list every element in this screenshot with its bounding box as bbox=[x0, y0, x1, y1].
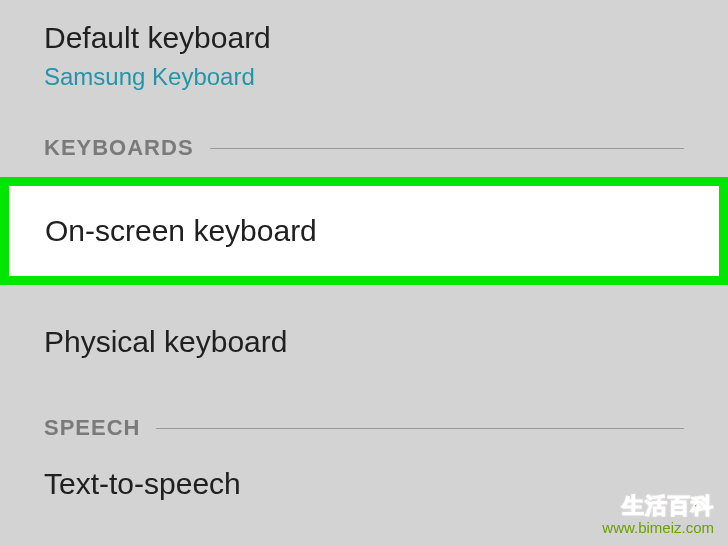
section-header-keyboards: KEYBOARDS bbox=[0, 103, 728, 169]
watermark-text-bottom: www.bimeiz.com bbox=[602, 519, 714, 536]
section-header-keyboards-label: KEYBOARDS bbox=[44, 135, 194, 161]
onscreen-keyboard-highlight: On-screen keyboard bbox=[0, 177, 728, 285]
default-keyboard-row[interactable]: Default keyboard Samsung Keyboard bbox=[0, 0, 728, 103]
divider-line bbox=[156, 428, 684, 429]
settings-list: Default keyboard Samsung Keyboard KEYBOA… bbox=[0, 0, 728, 501]
text-to-speech-row[interactable]: Text-to-speech bbox=[0, 449, 728, 501]
text-to-speech-label: Text-to-speech bbox=[44, 467, 684, 501]
section-header-speech-label: SPEECH bbox=[44, 415, 140, 441]
physical-keyboard-row[interactable]: Physical keyboard bbox=[0, 285, 728, 371]
section-header-speech: SPEECH bbox=[0, 371, 728, 449]
default-keyboard-title: Default keyboard bbox=[44, 18, 684, 57]
onscreen-keyboard-row[interactable]: On-screen keyboard bbox=[9, 186, 719, 276]
watermark: 生活百科 www.bimeiz.com bbox=[602, 495, 714, 536]
onscreen-keyboard-label: On-screen keyboard bbox=[45, 214, 683, 248]
default-keyboard-value: Samsung Keyboard bbox=[44, 63, 684, 91]
divider-line bbox=[210, 148, 684, 149]
physical-keyboard-label: Physical keyboard bbox=[44, 325, 684, 359]
